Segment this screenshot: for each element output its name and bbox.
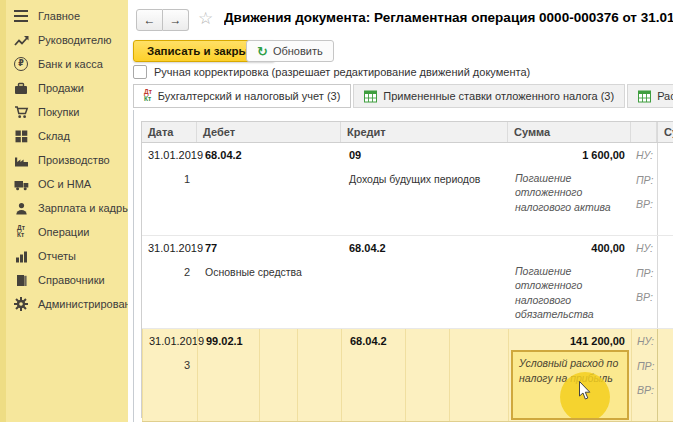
sidebar-item-reports[interactable]: Отчеты: [6, 244, 128, 268]
sidebar-item-administration[interactable]: Администрирование: [6, 292, 128, 316]
amount-value: 1 600,00: [582, 149, 625, 161]
sidebar-item-label: Зарплата и кадры: [38, 202, 130, 214]
tax-mark-pr: ПР:: [637, 360, 654, 372]
tax-mark-nu: НУ:: [637, 335, 654, 347]
refresh-label: Обновить: [273, 45, 323, 57]
favorite-star-icon[interactable]: ☆: [198, 8, 213, 29]
column-header-date[interactable]: Дата: [142, 122, 197, 142]
row-date: 31.01.2019: [148, 149, 203, 161]
sidebar-item-fixed-assets[interactable]: ОС и НМА: [6, 172, 128, 196]
cell-taxmarks: НУ: ПР: ВР:: [631, 329, 657, 421]
sidebar-item-sales[interactable]: Продажи: [6, 76, 128, 100]
amount-comment: Погашение отложенного налогового актива: [515, 171, 615, 214]
page-title: Движения документа: Регламентная операци…: [224, 10, 673, 25]
nav-buttons: ← →: [136, 9, 189, 31]
table-icon: [638, 90, 651, 103]
sidebar-item-label: Покупки: [38, 106, 79, 118]
tax-mark-vr: ВР:: [636, 198, 653, 210]
refresh-button[interactable]: ↻ Обновить: [246, 40, 334, 62]
sidebar-item-production[interactable]: Производство: [6, 148, 128, 172]
tax-mark-nu: НУ:: [636, 242, 653, 254]
sidebar: Главное Руководителю ₽ Банк и касса Прод…: [0, 0, 128, 422]
cell-credit: 09 Доходы будущих периодов: [341, 143, 508, 235]
factory-icon: [13, 153, 29, 168]
ruble-circle-icon: ₽: [13, 57, 29, 72]
mouse-cursor-icon: [579, 381, 591, 400]
tab-label: Расчет отложенных налоговых акт: [657, 90, 673, 102]
row-number: 2: [184, 266, 190, 278]
sidebar-item-label: Отчеты: [38, 250, 76, 262]
tax-mark-vr: ВР:: [637, 384, 654, 396]
table-row[interactable]: 31.01.2019 2 77 Основные средства 68.04.…: [142, 236, 673, 329]
debit-account: 68.04.2: [205, 149, 242, 161]
sidebar-item-manager[interactable]: Руководителю: [6, 28, 128, 52]
main-area: ← → ☆ Движения документа: Регламентная о…: [128, 0, 673, 422]
column-header-amount[interactable]: Сумма: [508, 122, 631, 142]
credit-account: 09: [349, 149, 361, 161]
row-number: 1: [184, 173, 190, 185]
manual-adjustment-checkbox[interactable]: [133, 65, 147, 79]
cell-credit: 68.04.2: [341, 236, 508, 328]
sidebar-item-label: Склад: [38, 130, 70, 142]
sidebar-item-label: Операции: [38, 226, 89, 238]
tab-deferred-tax-calc[interactable]: Расчет отложенных налоговых акт: [627, 84, 673, 108]
sidebar-item-label: Банк и касса: [38, 58, 103, 70]
trend-chart-icon: [13, 33, 29, 48]
sidebar-item-label: Справочники: [38, 274, 105, 286]
manual-adjustment-label: Ручная корректировка (разрешает редактир…: [154, 66, 530, 78]
row-date: 31.01.2019: [148, 242, 203, 254]
sidebar-item-label: Главное: [38, 10, 80, 22]
book-icon: [13, 273, 29, 288]
sidebar-item-label: Производство: [38, 154, 110, 166]
sidebar-item-directories[interactable]: Справочники: [6, 268, 128, 292]
sidebar-menu: Главное Руководителю ₽ Банк и касса Прод…: [6, 4, 128, 316]
sidebar-item-bank-cash[interactable]: ₽ Банк и касса: [6, 52, 128, 76]
cell-amount2: [657, 143, 673, 235]
column-header-credit[interactable]: Кредит: [341, 122, 508, 142]
column-header-debit[interactable]: Дебет: [197, 122, 341, 142]
sidebar-item-label: ОС и НМА: [38, 178, 91, 190]
tax-mark-nu: НУ:: [636, 149, 653, 161]
back-button[interactable]: ←: [136, 9, 163, 31]
app-window: Главное Руководителю ₽ Банк и касса Прод…: [0, 0, 673, 422]
forward-arrow-icon: →: [170, 13, 182, 27]
sidebar-item-salary-hr[interactable]: Зарплата и кадры: [6, 196, 128, 220]
cell-debit: 77 Основные средства: [197, 236, 341, 328]
refresh-icon: ↻: [257, 45, 268, 58]
row-date: 31.01.2019: [149, 335, 204, 347]
sidebar-item-purchases[interactable]: Покупки: [6, 100, 128, 124]
cell-amount: 400,00 Погашение отложенного налогового …: [508, 236, 631, 328]
table-row-selected[interactable]: 31.01.2019 3 99.02.1 68.04.2 141 200,00 …: [142, 329, 673, 422]
cell-amount: 1 600,00 Погашение отложенного налоговог…: [508, 143, 631, 235]
dt-kt-icon: ДтКт: [13, 225, 29, 240]
table-row[interactable]: 31.01.2019 1 68.04.2 09 Доходы будущих п…: [142, 143, 673, 236]
table-icon: [364, 90, 377, 103]
column-header-taxmarks[interactable]: [631, 122, 657, 142]
cell-credit: 68.04.2: [341, 329, 508, 421]
menu-icon: [13, 9, 29, 24]
tax-mark-vr: ВР:: [636, 291, 653, 303]
row-number: 3: [184, 359, 190, 371]
sidebar-item-operations[interactable]: ДтКт Операции: [6, 220, 128, 244]
amount-value: 400,00: [591, 242, 625, 254]
column-header-amount2[interactable]: Су: [657, 122, 673, 142]
bar-chart-icon: [13, 249, 29, 264]
sidebar-item-main[interactable]: Главное: [6, 4, 128, 28]
cell-date: 31.01.2019 2: [142, 236, 197, 328]
tab-label: Примененные ставки отложенного налога (3…: [383, 90, 614, 102]
selected-cell-amount-comment[interactable]: Условный расход по налогу на прибыль: [511, 350, 629, 420]
shopping-cart-icon: [13, 105, 29, 120]
credit-account: 68.04.2: [349, 242, 386, 254]
sidebar-item-warehouse[interactable]: Склад: [6, 124, 128, 148]
tab-accounting-tax[interactable]: ДтКт Бухгалтерский и налоговый учет (3): [133, 84, 351, 108]
credit-subconto: Доходы будущих периодов: [349, 173, 480, 185]
tab-deferred-tax-rates[interactable]: Примененные ставки отложенного налога (3…: [353, 84, 625, 108]
table-header-row: Дата Дебет Кредит Сумма Су: [142, 122, 673, 143]
cell-debit: 68.04.2: [197, 143, 341, 235]
cell-amount: 141 200,00 Условный расход по налогу на …: [508, 329, 631, 421]
forward-button[interactable]: →: [163, 9, 189, 31]
tab-label: Бухгалтерский и налоговый учет (3): [158, 90, 341, 102]
truck-icon: [13, 177, 29, 192]
amount-value: 141 200,00: [570, 335, 625, 347]
credit-account: 68.04.2: [350, 335, 387, 347]
